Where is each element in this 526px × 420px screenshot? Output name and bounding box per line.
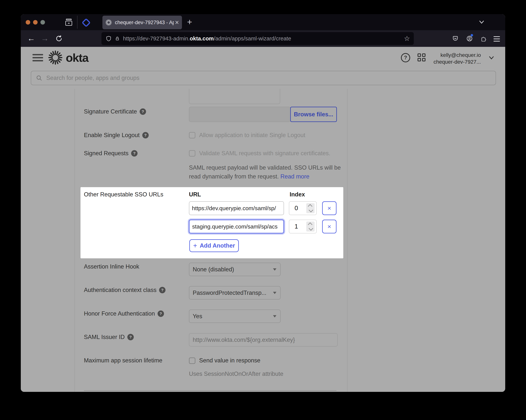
browser-menu-icon[interactable] <box>494 36 500 41</box>
url-column-header: URL <box>189 191 201 198</box>
new-tab-button[interactable]: + <box>187 17 192 27</box>
signed-requests-checkbox[interactable] <box>189 150 195 157</box>
account-icon[interactable] <box>466 35 473 43</box>
enable-single-logout-label: Enable Single Logout ? <box>84 131 149 139</box>
sso-url-input-0[interactable] <box>189 201 284 215</box>
navigation-bar: ← → https://dev-7927943-admin.okta.com/a… <box>21 30 505 47</box>
search-icon <box>36 75 42 81</box>
url-bar[interactable]: https://dev-7927943-admin.okta.com/admin… <box>101 32 414 45</box>
dropdown-caret-icon <box>273 268 276 271</box>
browser-window: chequer-dev-7927943 - Applica × + ← → ht… <box>21 14 505 392</box>
send-value-in-response-text: Send value in response <box>199 357 260 364</box>
traffic-lights <box>26 20 45 25</box>
apps-grid-icon[interactable] <box>417 53 425 61</box>
pocket-icon[interactable] <box>452 35 459 43</box>
sso-url-input-1[interactable] <box>189 220 284 233</box>
global-search[interactable] <box>31 71 496 85</box>
bookmark-star-icon[interactable]: ☆ <box>404 35 410 42</box>
other-sso-urls-label: Other Requestable SSO URLs <box>84 191 163 198</box>
account-chevron-down-icon[interactable] <box>489 56 494 60</box>
tabs-list-chevron-icon[interactable] <box>479 20 485 25</box>
signature-certificate-label: Signature Certificate ? <box>84 108 146 115</box>
minimize-window-button[interactable] <box>33 20 38 25</box>
browse-files-button[interactable]: Browse files... <box>290 107 337 122</box>
partial-input-above[interactable] <box>189 89 280 104</box>
max-session-lifetime-label: Maximum app session lifetime <box>84 357 162 364</box>
search-input[interactable] <box>46 74 496 81</box>
okta-favicon-icon <box>105 19 112 26</box>
tab-title: chequer-dev-7927943 - Applica <box>115 20 174 26</box>
signed-requests-help: SAML request payload will be validated. … <box>189 163 346 181</box>
index-column-header: Index <box>290 191 305 198</box>
help-badge-icon[interactable]: ? <box>142 132 149 139</box>
add-another-button[interactable]: + Add Another <box>189 239 239 252</box>
honor-force-auth-label: Honor Force Authentication ? <box>84 310 164 318</box>
help-badge-icon[interactable]: ? <box>127 334 134 340</box>
active-tab[interactable]: chequer-dev-7927943 - Applica × <box>102 16 182 29</box>
help-icon[interactable]: ? <box>401 53 410 62</box>
content-viewport: Signature Certificate ? Browse files... … <box>21 89 505 392</box>
sidebar-toggle-icon[interactable] <box>65 19 72 26</box>
sso-index-stepper-1[interactable]: 1 <box>289 220 317 233</box>
help-badge-icon[interactable]: ? <box>158 310 164 317</box>
signed-requests-label: Signed Requests ? <box>84 150 138 157</box>
tab-bar: chequer-dev-7927943 - Applica × + <box>21 14 505 30</box>
enable-single-logout-text: Allow application to initiate Single Log… <box>199 131 305 139</box>
dropdown-caret-icon <box>273 315 276 318</box>
auth-context-class-select[interactable]: PasswordProtectedTransp... <box>189 286 281 300</box>
help-badge-icon[interactable]: ? <box>131 150 138 157</box>
account-menu[interactable]: kelly@chequer.io chequer-dev-7927... <box>434 52 481 65</box>
account-notification-dot <box>471 34 473 36</box>
okta-logo-icon <box>48 50 62 65</box>
reload-button[interactable] <box>55 35 63 43</box>
forward-button[interactable]: → <box>41 34 49 42</box>
remove-sso-url-button-1[interactable]: × <box>322 220 336 233</box>
help-badge-icon[interactable]: ? <box>159 287 165 293</box>
zoom-window-button[interactable] <box>40 20 45 25</box>
enable-single-logout-checkbox[interactable] <box>189 132 195 139</box>
url-text[interactable]: https://dev-7927943-admin.okta.com/admin… <box>123 36 291 42</box>
okta-logo-text[interactable]: okta <box>66 51 88 64</box>
sso-index-stepper-0[interactable]: 0 <box>289 201 317 215</box>
assertion-inline-hook-label: Assertion Inline Hook <box>84 263 139 270</box>
close-window-button[interactable] <box>26 20 30 25</box>
okta-menu-icon[interactable] <box>32 54 43 61</box>
extensions-puzzle-icon[interactable] <box>480 35 487 43</box>
help-badge-icon[interactable]: ? <box>140 108 146 115</box>
back-button[interactable]: ← <box>27 34 35 42</box>
plus-icon: + <box>193 242 197 250</box>
read-more-link[interactable]: Read more <box>280 173 309 180</box>
account-org: chequer-dev-7927... <box>434 59 481 65</box>
shield-permissions-icon[interactable] <box>106 35 112 42</box>
stepper-arrows-icon[interactable] <box>306 203 314 213</box>
honor-force-auth-select[interactable]: Yes <box>189 310 281 323</box>
okta-admin-page: okta ? kelly@chequer.io chequer-dev-7927… <box>21 47 505 392</box>
close-tab-icon[interactable]: × <box>175 19 179 26</box>
section-divider <box>84 390 336 391</box>
dropdown-caret-icon <box>273 292 276 294</box>
account-email: kelly@chequer.io <box>434 52 481 59</box>
remove-sso-url-button-0[interactable]: × <box>322 201 336 215</box>
session-note-text: Uses SessionNotOnOrAfter attribute <box>189 370 283 378</box>
lock-icon <box>115 36 120 41</box>
assertion-inline-hook-select[interactable]: None (disabled) <box>189 263 281 276</box>
extension-icon[interactable] <box>82 19 90 26</box>
toolbar-divider <box>77 16 78 29</box>
other-sso-urls-panel: Other Requestable SSO URLs URL Index 0 ×… <box>81 187 343 258</box>
saml-issuer-id-input[interactable]: http://www.okta.com/${org.externalKey} <box>189 333 338 347</box>
auth-context-class-label: Authentication context class ? <box>84 286 165 294</box>
signed-requests-text: Validate SAML requests with signature ce… <box>199 150 330 157</box>
saml-issuer-id-label: SAML Issuer ID ? <box>84 333 134 341</box>
stepper-arrows-icon[interactable] <box>306 221 314 231</box>
signature-certificate-input[interactable] <box>189 107 291 122</box>
send-value-in-response-checkbox[interactable] <box>189 358 195 364</box>
